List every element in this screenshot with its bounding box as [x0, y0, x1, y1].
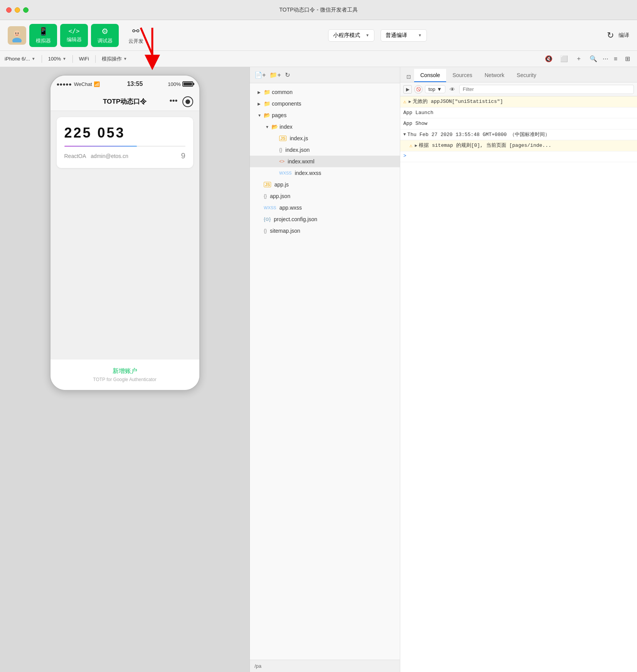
- nav-record-button[interactable]: [182, 96, 193, 107]
- label-app-json: app.json: [270, 193, 290, 199]
- footer-path: /pa: [254, 663, 261, 669]
- phone-frame: ●●●●● WeChat 📶 13:55 100% TOTP动态口令 •••: [50, 75, 200, 391]
- devtools-panel: ⊡ Console Sources Network Security ▶ 🚫 t…: [400, 67, 637, 672]
- zoom-selector[interactable]: 100% ▼: [48, 56, 66, 62]
- maximize-button[interactable]: [23, 7, 29, 13]
- svg-point-1: [12, 38, 22, 42]
- devtools-inspect-icon[interactable]: ⊡: [403, 71, 414, 82]
- label-pages: pages: [272, 112, 286, 118]
- device-selector[interactable]: iPhone 6/... ▼: [5, 56, 35, 62]
- window-title: TOTP动态口令 - 微信开发者工具: [279, 7, 358, 13]
- phone-footer: 新增账户 TOTP for Google Authenticator: [51, 359, 199, 390]
- label-app-wxss: app.wxss: [279, 205, 302, 211]
- context-dropdown-arrow: ▼: [437, 86, 442, 92]
- totp-account-info: ReactOA admin@etos.cn: [64, 153, 128, 159]
- tree-item-app-json[interactable]: {} app.json: [250, 190, 400, 202]
- simulate-selector[interactable]: 模拟操作 ▼: [102, 55, 127, 62]
- simulator-label: 模拟器: [36, 37, 51, 44]
- tree-item-app-js[interactable]: JS app.js: [250, 179, 400, 190]
- totp-info-row: ReactOA admin@etos.cn 9: [64, 151, 185, 160]
- label-app-js: app.js: [274, 181, 288, 188]
- tab-sources[interactable]: Sources: [446, 69, 478, 82]
- tab-console[interactable]: Console: [414, 69, 446, 82]
- more-options-icon[interactable]: ···: [603, 55, 608, 63]
- tree-item-pages[interactable]: ▼ 📂 pages: [250, 109, 400, 121]
- tree-item-index-wxml[interactable]: <> index.wxml: [250, 156, 400, 167]
- tree-item-index[interactable]: ▼ 📂 index: [250, 121, 400, 133]
- tree-item-components[interactable]: ▶ 📁 components: [250, 98, 400, 109]
- log-line-prompt[interactable]: >: [400, 151, 637, 162]
- add-account-button[interactable]: 新增账户: [113, 367, 137, 375]
- debugger-icon: ⚙: [101, 27, 108, 36]
- filter-input[interactable]: [459, 85, 634, 94]
- mode-dropdown[interactable]: 小程序模式 ▼: [328, 29, 374, 42]
- js-icon-app: JS: [264, 182, 271, 187]
- tree-item-sitemap[interactable]: {} sitemap.json: [250, 225, 400, 237]
- sub-toolbar: iPhone 6/... ▼ 100% ▼ WiFi 模拟操作 ▼ 🔇 ⬜ ＋ …: [0, 51, 637, 67]
- refresh-button[interactable]: ↻: [605, 29, 615, 42]
- record-inner: [185, 99, 190, 104]
- log-line-show: App Show: [400, 118, 637, 129]
- account-name: ReactOA: [64, 153, 86, 159]
- tree-item-index-js[interactable]: JS index.js: [250, 133, 400, 144]
- clear-button[interactable]: 🚫: [414, 85, 423, 94]
- nav-dots-button[interactable]: •••: [169, 96, 177, 107]
- tree-item-app-wxss[interactable]: WXSS app.wxss: [250, 202, 400, 213]
- add-icon[interactable]: ＋: [573, 54, 584, 64]
- audio-icon[interactable]: 🔇: [543, 54, 555, 63]
- label-index: index: [280, 124, 292, 130]
- account-email: admin@etos.cn: [91, 153, 128, 159]
- separator-3: [95, 55, 96, 63]
- arrow-common: ▶: [258, 90, 262, 94]
- simulate-label: 模拟操作: [102, 55, 122, 62]
- debugger-button[interactable]: ⚙ 调试器: [91, 24, 119, 47]
- compile-dropdown[interactable]: 普通编译 ▼: [381, 29, 427, 42]
- tree-item-index-wxss[interactable]: WXSS index.wxss: [250, 167, 400, 179]
- eye-button[interactable]: 👁: [448, 85, 457, 94]
- tab-security[interactable]: Security: [511, 69, 543, 82]
- editor-button[interactable]: </> 编辑器: [60, 24, 88, 47]
- device-dropdown-arrow: ▼: [32, 57, 35, 61]
- totp-code: 225 053: [64, 125, 185, 141]
- folder-icon-index: 📂: [271, 124, 278, 130]
- js-icon-index: JS: [279, 136, 286, 141]
- context-selector[interactable]: top ▼: [425, 85, 445, 93]
- log-text-appjson: 无效的 appJSON["uniStatistics"]: [413, 98, 634, 106]
- context-label: top: [428, 86, 435, 92]
- execute-button[interactable]: ▶: [403, 85, 412, 94]
- expand-arrow-appjson[interactable]: ▶: [409, 99, 411, 104]
- search-icon[interactable]: 🔍: [587, 54, 600, 63]
- label-components: components: [272, 101, 301, 107]
- settings-icon[interactable]: ⊞: [623, 54, 632, 63]
- log-line-timestamp: ▼ Thu Feb 27 2020 13:55:48 GMT+0800 （中国标…: [400, 129, 637, 141]
- tree-item-index-json[interactable]: {} index.json: [250, 144, 400, 156]
- compile-short-label: 编译: [618, 32, 629, 39]
- editor-icon: </>: [69, 27, 80, 35]
- refresh-tree-icon[interactable]: ↻: [285, 71, 290, 79]
- folder-icon-common: 📁: [264, 89, 270, 95]
- layout-icon[interactable]: ≡: [612, 55, 620, 63]
- log-line-launch: App Launch: [400, 108, 637, 119]
- svg-line-6: [141, 28, 152, 55]
- tab-network[interactable]: Network: [479, 69, 511, 82]
- expand-arrow-sitemap[interactable]: ▶: [415, 143, 418, 148]
- carrier-label: WeChat: [74, 81, 92, 87]
- devtools-sub-bar: ▶ 🚫 top ▼ 👁: [400, 82, 637, 96]
- toolbar-center: 小程序模式 ▼ 普通编译 ▼: [153, 29, 602, 42]
- devtools-tabs: ⊡ Console Sources Network Security: [400, 67, 637, 82]
- wxss-icon-app: WXSS: [264, 205, 276, 210]
- log-line-appjson: ⚠ ▶ 无效的 appJSON["uniStatistics"]: [400, 96, 637, 108]
- minimize-button[interactable]: [15, 7, 20, 13]
- tree-item-project-config[interactable]: {⊙} project.config.json: [250, 213, 400, 225]
- avatar[interactable]: [8, 26, 26, 45]
- network-selector[interactable]: WiFi: [79, 56, 89, 62]
- label-sitemap: sitemap.json: [270, 228, 300, 234]
- new-file-icon[interactable]: 📄+: [254, 71, 266, 79]
- device-label: iPhone 6/...: [5, 56, 30, 62]
- simulator-button[interactable]: 📱 模拟器: [29, 24, 57, 47]
- screen-icon[interactable]: ⬜: [558, 54, 570, 63]
- expand-arrow-timestamp[interactable]: ▼: [403, 132, 406, 137]
- new-folder-icon[interactable]: 📁+: [270, 71, 281, 79]
- tree-item-common[interactable]: ▶ 📁 common: [250, 86, 400, 98]
- close-button[interactable]: [6, 7, 12, 13]
